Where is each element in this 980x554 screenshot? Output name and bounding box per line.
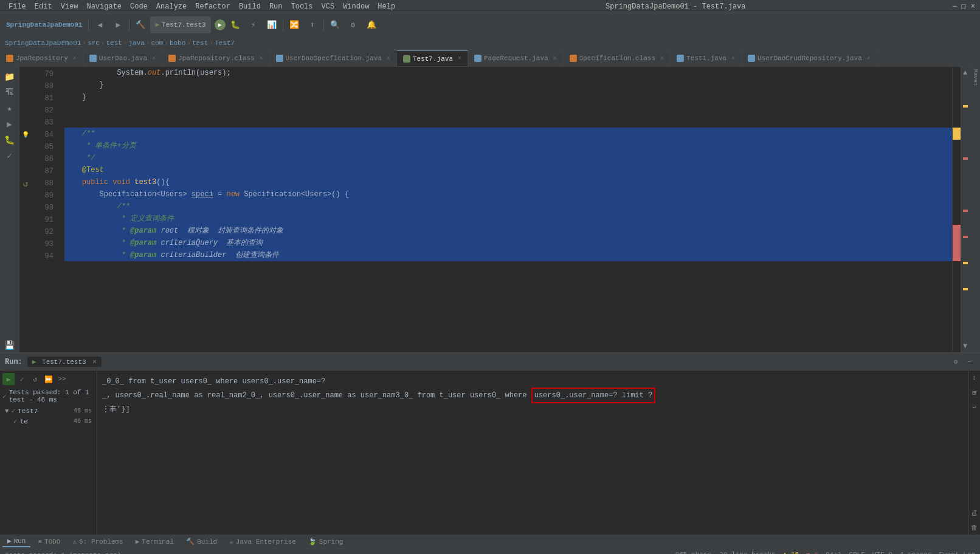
menu-vcs[interactable]: VCS [318,1,339,12]
tab-userdao[interactable]: UserDao.java × [83,50,162,66]
run-gear-btn[interactable]: ⚙ [950,356,962,368]
bottom-tab-todo[interactable]: ≡ TODO [33,537,65,547]
status-indent[interactable]: 4 spaces [900,551,932,554]
sidebar-debug-icon[interactable]: 🐛 [2,132,17,147]
menu-run[interactable]: Run [266,1,286,12]
run-check-btn[interactable]: ✓ [16,373,28,385]
breadcrumb-src[interactable]: src [88,39,100,47]
status-warnings[interactable]: ▲ 16 [783,551,799,554]
menu-tools[interactable]: Tools [288,1,317,12]
update-btn[interactable]: ⬆ [304,16,321,33]
tab-close-jparepositoryclass[interactable]: × [260,55,263,62]
run-tree-test7[interactable]: ▼ ✓ Test7 46 ms [2,406,94,416]
menu-edit[interactable]: Edit [31,1,56,12]
tab-test7[interactable]: Test7.java × [397,50,468,66]
sidebar-todo-icon[interactable]: ✓ [2,148,17,163]
breadcrumb-bobo[interactable]: bobo [170,39,185,47]
bottom-tab-spring[interactable]: 🍃 Spring [303,536,348,547]
code-line-92: * @param root 根对象 封装查询条件的对象 [64,225,952,237]
run-expand-btn[interactable]: >> [56,373,68,385]
run-tree-te[interactable]: ✓ te 46 ms [2,416,94,426]
run-rerun-btn[interactable]: ↺ [29,373,41,385]
menu-window[interactable]: Window [339,1,373,12]
status-charset[interactable]: UTF-8 [872,551,892,554]
breadcrumb-test2[interactable]: test [192,39,208,47]
run-tab-close[interactable]: × [92,358,97,366]
menu-refactor[interactable]: Refactor [192,1,234,12]
gutter-88[interactable]: ↺ [19,177,32,190]
coverage-btn[interactable]: ⚡ [245,16,262,33]
sidebar-structure-icon[interactable]: 🏗 [2,85,17,100]
scroll-down-btn[interactable]: ▼ [961,340,969,352]
bottom-tab-problems[interactable]: ⚠ 6: Problems [67,536,128,547]
run-wrap-btn[interactable]: ↩ [968,401,981,413]
menu-code[interactable]: Code [126,1,151,12]
tab-close-userdaocrudrepository[interactable]: × [867,55,871,62]
tab-close-userdao[interactable]: × [152,55,156,62]
maximize-btn[interactable]: □ [962,2,966,11]
tab-close-specificationclass[interactable]: × [660,55,664,62]
sidebar-persistence-icon[interactable]: 💾 [2,338,17,352]
menu-navigate[interactable]: Navigate [83,1,125,12]
tab-userdaocrudrepository[interactable]: UserDaoCrudRepository.java × [742,50,877,66]
menu-view[interactable]: View [57,1,82,12]
minimize-btn[interactable]: − [952,2,956,11]
tab-close-pagerequest[interactable]: × [553,55,557,62]
vcs-btn[interactable]: 🔀 [286,16,303,33]
breadcrumb-java[interactable]: java [128,39,144,47]
tab-test1[interactable]: Test1.java × [671,50,742,66]
run-sort-btn[interactable]: ↕ [968,372,981,384]
build-btn[interactable]: 🔨 [132,16,149,33]
bottom-tab-run[interactable]: ▶ Run [2,536,30,547]
run-btn[interactable]: ▶ [215,19,226,30]
run-stop-btn[interactable]: ⏩ [43,373,55,385]
tab-close-userdaospecfication[interactable]: × [387,55,390,62]
tab-userdaospecfication[interactable]: UserDaoSpecfication.java × [270,50,397,66]
scroll-up-btn[interactable]: ▲ [961,67,969,79]
scroll-track[interactable] [961,79,969,340]
breadcrumb-project[interactable]: SpringDataJpaDemo01 [5,39,81,47]
tab-close-jparepository[interactable]: × [73,55,77,62]
run-minimize-btn[interactable]: − [963,356,975,368]
sidebar-run-icon[interactable]: ▶ [2,117,17,131]
close-btn[interactable]: × [971,2,975,11]
settings-btn[interactable]: ⚙ [345,16,362,33]
run-filter-btn[interactable]: ⊞ [968,386,981,398]
bottom-tab-build[interactable]: 🔨 Build [181,536,222,547]
menu-build[interactable]: Build [235,1,264,12]
run-config-btn[interactable]: ▶ Test7.test3 [150,16,210,33]
run-print-btn[interactable]: 🖨 [968,507,981,519]
breadcrumb-file[interactable]: Test7 [215,39,235,47]
run-panel-tab-test7[interactable]: ▶ Test7.test3 × [27,357,102,367]
maven-label[interactable]: Maven [972,69,978,86]
code-content[interactable]: System.out.println(users); } } /** [62,67,952,352]
sidebar-project-icon[interactable]: 📁 [2,69,17,84]
run-clear-btn[interactable]: 🗑 [968,521,981,533]
bottom-tab-javaenterprise[interactable]: ☕ Java Enterprise [224,536,301,547]
forward-btn[interactable]: ▶ [109,16,126,33]
tab-close-test1[interactable]: × [731,55,735,62]
breadcrumb-test[interactable]: test [106,39,122,47]
debug-btn[interactable]: 🐛 [227,16,244,33]
bottom-tab-terminal[interactable]: ▶ Terminal [131,536,179,547]
sidebar-favorites-icon[interactable]: ★ [2,101,17,115]
tab-close-test7[interactable]: × [458,55,461,62]
tab-icon-jparepositoryclass [168,55,176,62]
breadcrumb-com[interactable]: com [151,39,163,47]
tab-jparepositoryclass[interactable]: JpaRepository.class × [162,50,269,66]
tab-specificationclass[interactable]: Specification.class × [564,50,671,66]
tab-pagerequest[interactable]: PageRequest.java × [468,50,564,66]
menu-analyze[interactable]: Analyze [153,1,190,12]
tab-jparepository[interactable]: JpaRepository × [0,50,83,66]
search-btn[interactable]: 🔍 [326,16,343,33]
gutter-84[interactable]: 💡 [19,129,32,141]
menu-help[interactable]: Help [374,1,399,12]
menu-file[interactable]: File [5,1,30,12]
back-btn[interactable]: ◀ [91,16,108,33]
run-play-btn[interactable]: ▶ [2,373,15,385]
status-eventlog[interactable]: Event Log [939,551,975,554]
notifications-btn[interactable]: 🔔 [363,16,380,33]
scrollbar-vertical[interactable]: ▲ ▼ [961,67,969,352]
profile-btn[interactable]: 📊 [263,16,280,33]
status-errors[interactable]: ✖ 6 [806,551,818,554]
